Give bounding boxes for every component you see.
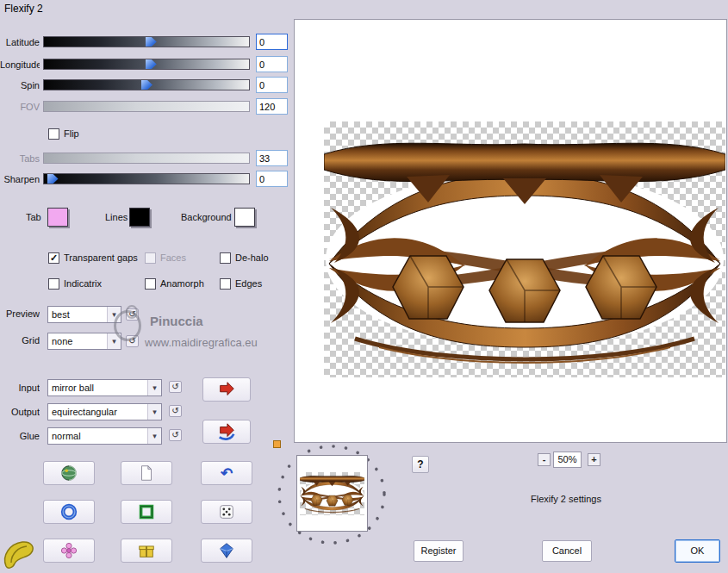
glue-dropdown[interactable]: normal ▾ <box>47 427 162 445</box>
random-button[interactable] <box>201 500 252 524</box>
fov-value-input[interactable] <box>256 98 288 115</box>
dice-icon <box>217 502 236 521</box>
faces-checkbox[interactable]: Faces <box>145 252 186 264</box>
sharpen-label: Sharpen <box>0 174 40 184</box>
input-dropdown-label: Input <box>0 383 40 393</box>
spin-slider-thumb[interactable] <box>141 80 152 90</box>
zoom-level[interactable]: 50% <box>553 452 582 468</box>
spin-label: Spin <box>0 80 40 90</box>
background-swatch-label: Background <box>181 212 232 222</box>
frame-button[interactable] <box>121 500 172 524</box>
preview-reset-button[interactable]: ↺ <box>126 308 139 321</box>
gift-button[interactable] <box>121 539 172 563</box>
register-button[interactable]: Register <box>414 540 464 562</box>
check-icon: ✓ <box>50 253 58 263</box>
thumbnail-artwork <box>300 472 364 515</box>
tabs-slider[interactable] <box>43 153 250 164</box>
window-title: Flexify 2 <box>4 3 43 15</box>
longitude-row: Longitude <box>0 59 293 76</box>
tab-color-swatch[interactable] <box>47 208 68 227</box>
watermark-url: www.maidiregrafica.eu <box>145 336 258 349</box>
spin-row: Spin <box>0 79 293 97</box>
indicatrix-checkbox-box <box>48 278 59 290</box>
input-dropdown[interactable]: mirror ball ▾ <box>47 379 162 396</box>
undo-button[interactable]: ↶ <box>201 461 252 485</box>
ring-icon <box>59 502 78 521</box>
anamorph-checkbox[interactable]: Anamorph <box>145 277 204 290</box>
help-button[interactable]: ? <box>412 456 429 473</box>
longitude-slider-thumb[interactable] <box>146 59 157 69</box>
lines-swatch-label: Lines <box>105 212 128 222</box>
render-button[interactable] <box>202 377 251 402</box>
cancel-button[interactable]: Cancel <box>542 540 592 562</box>
chevron-down-icon: ▾ <box>147 428 161 444</box>
sharpen-value-input[interactable] <box>256 171 288 187</box>
lines-color-swatch[interactable] <box>129 208 150 227</box>
background-color-swatch[interactable] <box>234 208 255 227</box>
flower-icon <box>59 541 78 560</box>
navigator-thumbnail-image <box>300 472 364 515</box>
faces-checkbox-box <box>145 252 156 264</box>
render-swap-button[interactable] <box>202 420 251 444</box>
latitude-value-input[interactable] <box>256 34 288 50</box>
navigator-handle-icon <box>273 440 281 448</box>
output-reset-button[interactable]: ↺ <box>169 405 182 417</box>
sharpen-slider[interactable] <box>43 173 250 184</box>
reset-icon: ↺ <box>128 309 135 319</box>
preview-dropdown[interactable]: best ▾ <box>47 306 121 323</box>
preview-dropdown-label: Preview <box>0 308 40 319</box>
longitude-value-input[interactable] <box>256 56 288 72</box>
spin-value-input[interactable] <box>256 77 288 93</box>
longitude-slider[interactable] <box>43 59 250 70</box>
transparent-gaps-checkbox[interactable]: ✓ Transparent gaps <box>48 252 138 264</box>
reset-icon: ↺ <box>171 382 178 391</box>
navigator-thumbnail[interactable] <box>296 455 368 532</box>
grid-reset-button[interactable]: ↺ <box>126 335 139 347</box>
fov-slider[interactable] <box>43 101 250 112</box>
plus-icon: + <box>591 454 596 464</box>
glue-reset-button[interactable]: ↺ <box>169 429 182 441</box>
output-dropdown[interactable]: equirectangular ▾ <box>47 403 162 420</box>
red-arrow-swoosh-icon <box>217 422 236 441</box>
latitude-row: Latitude <box>0 36 293 53</box>
gem-button[interactable] <box>201 539 252 563</box>
latitude-slider[interactable] <box>43 36 250 47</box>
flip-checkbox-box <box>48 128 59 140</box>
flip-checkbox[interactable]: Flip <box>48 128 79 140</box>
flower-button[interactable] <box>43 539 95 563</box>
mascot-leaf-icon <box>1 539 37 571</box>
grid-dropdown[interactable]: none ▾ <box>47 333 121 350</box>
spin-slider[interactable] <box>43 79 250 90</box>
globe-icon <box>59 464 78 483</box>
indicatrix-label: Indicatrix <box>64 278 102 289</box>
edges-checkbox[interactable]: Edges <box>220 277 262 290</box>
output-dropdown-value: equirectangular <box>48 407 147 417</box>
chevron-down-icon: ▾ <box>147 380 161 395</box>
gem-icon <box>217 541 236 560</box>
zoom-out-button[interactable]: - <box>538 453 551 466</box>
de-halo-checkbox[interactable]: De-halo <box>220 252 269 264</box>
glue-dropdown-value: normal <box>48 431 147 441</box>
ok-button[interactable]: OK <box>675 539 720 563</box>
edges-label: Edges <box>235 278 262 289</box>
watermark-name: Pinuccia <box>150 314 203 328</box>
grid-dropdown-value: none <box>48 336 107 346</box>
reset-icon: ↺ <box>171 406 178 415</box>
chevron-down-icon: ▾ <box>147 404 161 420</box>
tabs-value-input[interactable] <box>256 150 288 166</box>
anamorph-label: Anamorph <box>160 278 204 289</box>
preview-image <box>324 121 725 377</box>
blank-page-button[interactable] <box>121 461 172 485</box>
zoom-in-button[interactable]: + <box>588 453 600 466</box>
sharpen-slider-thumb[interactable] <box>47 174 59 184</box>
chevron-down-icon: ▾ <box>107 333 121 349</box>
ring-button[interactable] <box>43 500 95 524</box>
world-button[interactable] <box>43 461 95 485</box>
tabs-row: Tabs <box>0 153 293 170</box>
minus-icon: - <box>543 454 546 464</box>
input-reset-button[interactable]: ↺ <box>169 381 182 393</box>
reset-icon: ↺ <box>171 430 178 439</box>
latitude-slider-thumb[interactable] <box>146 37 157 47</box>
indicatrix-checkbox[interactable]: Indicatrix <box>48 277 102 290</box>
sharpen-row: Sharpen <box>0 173 293 190</box>
